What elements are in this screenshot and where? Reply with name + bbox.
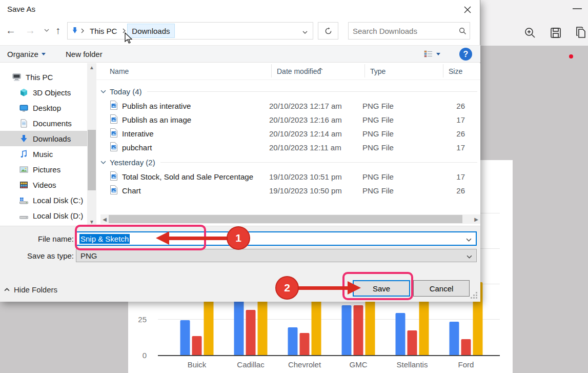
bar-blue-chevrolet <box>288 327 298 355</box>
save-as-type-value: PNG <box>80 251 97 260</box>
sidebar-item-videos[interactable]: Videos <box>0 177 87 192</box>
list-view-icon <box>424 50 433 57</box>
bar-red-chevrolet <box>300 333 310 355</box>
downloads-folder-icon <box>71 27 79 35</box>
bar-red-buick <box>192 336 202 355</box>
picture-icon <box>19 165 28 174</box>
file-row[interactable]: Publish as interative20/10/2023 12:17 am… <box>96 99 480 113</box>
close-icon[interactable] <box>460 3 475 16</box>
film-icon <box>19 181 28 189</box>
arrow-shaft <box>168 237 229 240</box>
scroll-right-icon[interactable]: ▶ <box>472 214 480 224</box>
png-file-icon <box>110 114 118 125</box>
horizontal-scrollbar[interactable]: ◀ ▶ <box>100 214 480 224</box>
hide-folders-button[interactable]: Hide Folders <box>4 283 57 296</box>
file-name-label: File name: <box>7 234 74 243</box>
back-icon[interactable]: ← <box>4 24 17 37</box>
sidebar-item-pictures[interactable]: Pictures <box>0 162 87 177</box>
caret-down-icon <box>42 53 46 55</box>
pc-icon <box>12 73 21 82</box>
sidebar-scrollbar[interactable]: ▲ ▼ <box>87 63 96 226</box>
copy-icon[interactable] <box>575 27 587 39</box>
save-as-type-select[interactable]: PNG <box>76 249 477 262</box>
sidebar-item-desktop[interactable]: Desktop <box>0 100 87 115</box>
scrollbar-thumb[interactable] <box>109 215 462 223</box>
scroll-up-icon[interactable]: ▲ <box>87 63 96 71</box>
png-file-icon <box>110 101 118 111</box>
organize-button[interactable]: Organize <box>7 46 46 62</box>
sidebar-item-downloads[interactable]: Downloads <box>0 131 87 146</box>
step-badge-2: 2 <box>275 276 299 300</box>
column-size[interactable]: Size <box>449 67 462 75</box>
file-row[interactable]: Chart19/10/2023 10:50 pmPNG File26 <box>96 184 480 198</box>
zoom-in-icon[interactable] <box>524 27 536 39</box>
forward-icon[interactable]: → <box>24 24 37 37</box>
search-input[interactable] <box>349 27 459 35</box>
group-header[interactable]: Today (4) <box>96 84 480 99</box>
file-row[interactable]: pubchart20/10/2023 12:11 amPNG File17 <box>96 141 480 154</box>
bar-blue-ford <box>450 322 459 355</box>
new-folder-button[interactable]: New folder <box>66 46 103 62</box>
breadcrumb: This PC Downloads <box>67 22 313 40</box>
cancel-button[interactable]: Cancel <box>413 280 470 297</box>
sidebar-item-3d-objects[interactable]: 3D Objects <box>0 85 87 100</box>
refresh-icon[interactable] <box>318 22 338 40</box>
scroll-left-icon[interactable]: ◀ <box>100 214 109 224</box>
view-mode-button[interactable] <box>424 46 440 62</box>
search-icon[interactable] <box>459 27 471 35</box>
x-label-buick: Buick <box>188 360 207 369</box>
save-as-type-label: Save as type: <box>7 251 74 260</box>
file-row[interactable]: Interative20/10/2023 12:14 amPNG File26 <box>96 127 480 141</box>
png-file-icon <box>110 142 118 153</box>
sidebar-item-this-pc[interactable]: This PC <box>0 69 87 85</box>
disk-c-icon <box>19 196 28 205</box>
x-label-chevrolet: Chevrolet <box>288 360 321 369</box>
group-header[interactable]: Yesterday (2) <box>96 154 480 170</box>
address-dropdown-chevron-icon[interactable] <box>302 27 313 35</box>
sidebar-item-local-disk-c-[interactable]: Local Disk (C:) <box>0 192 87 208</box>
arrow-shaft <box>298 286 348 290</box>
x-label-gmc: GMC <box>350 360 368 369</box>
arrow-left-icon <box>156 231 169 245</box>
y-tick-25: 25 <box>128 315 147 324</box>
chevron-down-icon <box>467 251 472 260</box>
dialog-title: Save As <box>7 5 35 13</box>
chevron-down-icon <box>96 161 110 164</box>
x-label-stellantis: Stellantis <box>397 360 428 369</box>
file-row[interactable]: Total Stock, Sold and Sale Percentage19/… <box>96 170 480 184</box>
png-file-icon <box>110 128 118 139</box>
bar-blue-cadillac <box>234 297 244 355</box>
resize-grip[interactable] <box>471 292 478 299</box>
scrollbar-thumb[interactable] <box>88 130 96 190</box>
breadcrumb-chevron-icon <box>79 28 86 33</box>
search-box <box>348 22 470 40</box>
bar-red-gmc <box>354 305 363 355</box>
x-label-cadillac: Cadillac <box>237 360 264 369</box>
sidebar-item-local-disk-d-[interactable]: Local Disk (D:) <box>0 208 87 223</box>
breadcrumb-downloads[interactable]: Downloads <box>127 24 174 38</box>
sidebar-item-music[interactable]: Music <box>0 146 87 162</box>
png-file-icon <box>110 171 118 182</box>
column-name[interactable]: Name <box>110 67 129 75</box>
save-as-dialog: Save As ← → ↑ This PC Downloads <box>0 0 480 302</box>
disk-icon <box>19 211 28 220</box>
file-row[interactable]: Publish as an image20/10/2023 12:16 amPN… <box>96 113 480 127</box>
chevron-down-icon <box>96 90 110 93</box>
chevron-down-icon[interactable] <box>466 234 472 243</box>
minimize-icon[interactable] <box>573 8 582 9</box>
cube-icon <box>19 88 28 97</box>
file-list: Name Date modified Type Size Today (4)Pu… <box>96 63 480 226</box>
column-date-modified[interactable]: Date modified <box>277 67 321 75</box>
help-icon[interactable]: ? <box>459 48 472 61</box>
column-type[interactable]: Type <box>370 67 386 75</box>
bar-blue-stellantis <box>396 313 405 355</box>
breadcrumb-this-pc[interactable]: This PC <box>86 24 121 38</box>
command-bar: Organize New folder ? <box>0 45 480 63</box>
save-icon[interactable] <box>550 27 562 39</box>
bar-red-ford <box>461 339 471 355</box>
download-icon <box>19 134 28 143</box>
sidebar: This PC3D ObjectsDesktopDocumentsDownloa… <box>0 63 87 226</box>
list-header: Name Date modified Type Size <box>96 63 480 80</box>
sidebar-item-documents[interactable]: Documents <box>0 115 87 131</box>
up-icon[interactable]: ↑ <box>51 24 65 37</box>
